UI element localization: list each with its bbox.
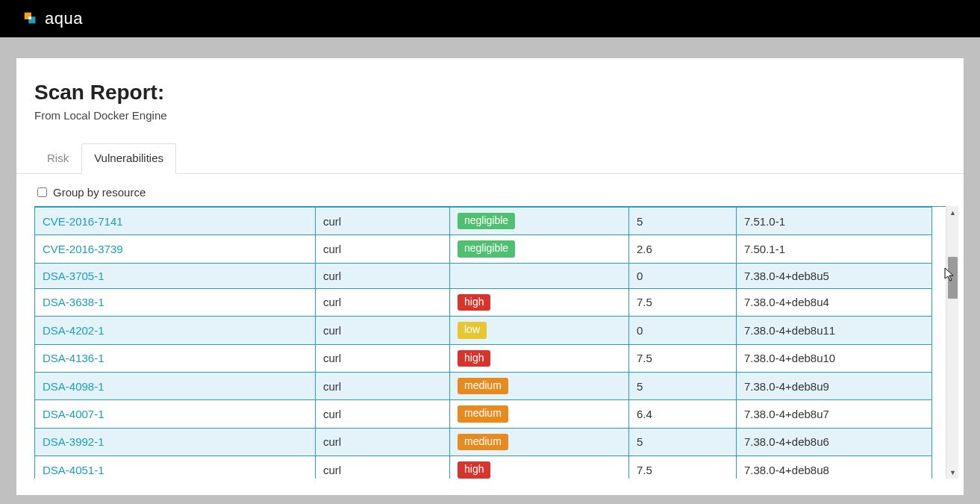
fix-version-cell: 7.38.0-4+deb8u6 bbox=[737, 428, 932, 455]
table-row[interactable]: DSA-4098-1curlmedium57.38.0-4+deb8u9 bbox=[35, 372, 932, 399]
score-cell: 5 bbox=[629, 372, 737, 399]
package-cell: curl bbox=[316, 288, 450, 316]
page-header: Scan Report: From Local Docker Engine bbox=[16, 81, 964, 122]
fix-version-cell: 7.50.1-1 bbox=[737, 235, 932, 263]
package-cell: curl bbox=[316, 317, 450, 344]
package-cell: curl bbox=[316, 263, 450, 288]
package-cell: curl bbox=[316, 428, 450, 455]
brand-logo: aqua bbox=[22, 9, 83, 28]
score-cell: 0 bbox=[629, 317, 737, 344]
page-card: Scan Report: From Local Docker Engine Ri… bbox=[16, 58, 964, 495]
vuln-id-link[interactable]: DSA-4007-1 bbox=[43, 408, 104, 420]
severity-cell: high bbox=[450, 288, 629, 316]
table-row[interactable]: DSA-4051-1curlhigh7.57.38.0-4+deb8u8 bbox=[35, 456, 932, 479]
top-bar: aqua bbox=[0, 0, 980, 37]
severity-badge: negligible bbox=[458, 240, 515, 257]
tab-bar: Risk Vulnerabilities bbox=[16, 143, 964, 174]
score-cell: 7.5 bbox=[629, 344, 737, 372]
vuln-id-link[interactable]: DSA-4098-1 bbox=[43, 380, 104, 393]
table-row[interactable]: DSA-4007-1curlmedium6.47.38.0-4+deb8u7 bbox=[35, 400, 932, 428]
package-cell: curl bbox=[316, 344, 450, 372]
severity-cell: medium bbox=[450, 400, 629, 428]
vuln-id-link[interactable]: DSA-4202-1 bbox=[43, 324, 104, 337]
vuln-id-link[interactable]: DSA-4136-1 bbox=[43, 352, 104, 364]
page-title: Scan Report: bbox=[34, 81, 946, 105]
severity-cell: low bbox=[450, 317, 629, 344]
fix-version-cell: 7.38.0-4+deb8u10 bbox=[737, 344, 932, 372]
scroll-up-arrow-icon[interactable]: ▲ bbox=[946, 206, 959, 219]
svg-rect-2 bbox=[28, 16, 31, 19]
table-row[interactable]: DSA-3992-1curlmedium57.38.0-4+deb8u6 bbox=[35, 428, 932, 455]
table-controls: Group by resource bbox=[16, 174, 964, 206]
severity-badge: high bbox=[458, 461, 490, 478]
vulnerability-table-wrap: CVE-2016-7141curlnegligible57.51.0-1CVE-… bbox=[34, 206, 946, 479]
fix-version-cell: 7.51.0-1 bbox=[737, 208, 932, 235]
vuln-id-link[interactable]: DSA-3705-1 bbox=[43, 270, 104, 282]
severity-cell: high bbox=[450, 456, 629, 479]
vuln-id-link[interactable]: DSA-3992-1 bbox=[43, 435, 104, 448]
table-row[interactable]: CVE-2016-7141curlnegligible57.51.0-1 bbox=[35, 208, 932, 235]
severity-badge: high bbox=[458, 294, 490, 311]
vulnerability-table: CVE-2016-7141curlnegligible57.51.0-1CVE-… bbox=[34, 207, 932, 479]
score-cell: 5 bbox=[629, 208, 737, 235]
score-cell: 6.4 bbox=[629, 400, 737, 428]
vuln-id-link[interactable]: CVE-2016-7141 bbox=[43, 215, 123, 228]
fix-version-cell: 7.38.0-4+deb8u9 bbox=[737, 372, 932, 399]
brand-name: aqua bbox=[45, 9, 83, 28]
tab-risk[interactable]: Risk bbox=[34, 143, 81, 174]
package-cell: curl bbox=[316, 208, 450, 235]
severity-cell: medium bbox=[450, 428, 629, 455]
scrollbar-thumb[interactable] bbox=[948, 257, 958, 299]
vuln-id-link[interactable]: DSA-4051-1 bbox=[43, 464, 104, 476]
severity-cell: negligible bbox=[450, 208, 629, 235]
score-cell: 0 bbox=[629, 263, 737, 288]
aqua-logo-icon bbox=[22, 10, 39, 27]
severity-badge: medium bbox=[458, 434, 508, 450]
table-row[interactable]: DSA-3638-1curlhigh7.57.38.0-4+deb8u4 bbox=[35, 288, 932, 316]
package-cell: curl bbox=[316, 400, 450, 428]
scrollbar-track[interactable]: ▲ ▼ bbox=[946, 206, 958, 479]
table-row[interactable]: DSA-4202-1curllow07.38.0-4+deb8u11 bbox=[35, 317, 932, 344]
fix-version-cell: 7.38.0-4+deb8u4 bbox=[737, 288, 932, 316]
scroll-down-arrow-icon[interactable]: ▼ bbox=[946, 466, 959, 479]
tab-vulnerabilities[interactable]: Vulnerabilities bbox=[81, 143, 176, 174]
vuln-id-link[interactable]: CVE-2016-3739 bbox=[43, 243, 123, 255]
package-cell: curl bbox=[316, 456, 450, 479]
severity-badge: medium bbox=[458, 405, 508, 422]
table-row[interactable]: CVE-2016-3739curlnegligible2.67.50.1-1 bbox=[35, 235, 932, 263]
severity-badge: medium bbox=[458, 378, 508, 394]
score-cell: 5 bbox=[629, 428, 737, 455]
severity-badge: low bbox=[458, 322, 487, 338]
severity-badge: negligible bbox=[458, 213, 515, 229]
table-row[interactable]: DSA-4136-1curlhigh7.57.38.0-4+deb8u10 bbox=[35, 344, 932, 372]
group-by-label[interactable]: Group by resource bbox=[53, 186, 146, 199]
table-row[interactable]: DSA-3705-1curl07.38.0-4+deb8u5 bbox=[35, 263, 932, 288]
severity-badge: high bbox=[458, 350, 490, 367]
score-cell: 2.6 bbox=[629, 235, 737, 263]
group-by-checkbox[interactable] bbox=[37, 187, 47, 197]
score-cell: 7.5 bbox=[629, 456, 737, 479]
severity-cell: high bbox=[450, 344, 629, 372]
severity-cell: negligible bbox=[450, 235, 629, 263]
fix-version-cell: 7.38.0-4+deb8u7 bbox=[737, 400, 932, 428]
page-subtitle: From Local Docker Engine bbox=[34, 109, 946, 122]
severity-cell bbox=[450, 263, 629, 288]
fix-version-cell: 7.38.0-4+deb8u5 bbox=[737, 263, 932, 288]
severity-cell: medium bbox=[450, 372, 629, 399]
fix-version-cell: 7.38.0-4+deb8u11 bbox=[737, 317, 932, 344]
score-cell: 7.5 bbox=[629, 288, 737, 316]
vuln-id-link[interactable]: DSA-3638-1 bbox=[43, 296, 104, 308]
package-cell: curl bbox=[316, 372, 450, 399]
fix-version-cell: 7.38.0-4+deb8u8 bbox=[737, 456, 932, 479]
package-cell: curl bbox=[316, 235, 450, 263]
vulnerability-table-scroll[interactable]: CVE-2016-7141curlnegligible57.51.0-1CVE-… bbox=[34, 206, 946, 479]
